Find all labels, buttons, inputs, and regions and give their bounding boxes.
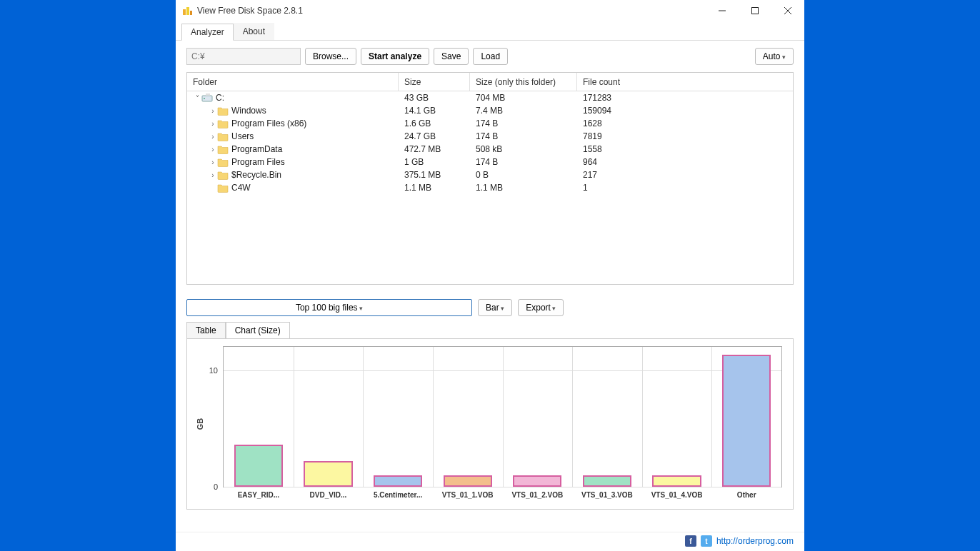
folder-name: ProgramData (231, 144, 282, 154)
folder-icon (217, 183, 229, 193)
tree-row[interactable]: ›Program Files1 GB174 B964 (187, 156, 793, 168)
maximize-button[interactable] (739, 0, 771, 21)
chart-bar[interactable] (513, 475, 561, 487)
top-files-dropdown[interactable]: Top 100 big files (186, 299, 472, 316)
tree-row[interactable]: C4W1.1 MB1.1 MB1 (187, 181, 793, 194)
cell-size: 472.7 MB (399, 144, 470, 154)
cell-size: 375.1 MB (399, 170, 470, 180)
toolbar: Browse... Start analyze Save Load Auto (176, 41, 804, 72)
footer: f t http://orderprog.com (176, 532, 804, 551)
app-icon (181, 5, 193, 16)
cell-size: 24.7 GB (399, 131, 470, 141)
save-button[interactable]: Save (434, 48, 469, 65)
bar-dropdown[interactable]: Bar (478, 299, 512, 316)
folder-icon (217, 144, 229, 154)
ytick: 10 (209, 366, 224, 375)
minimize-button[interactable] (706, 0, 739, 21)
cell-count: 1558 (577, 144, 649, 154)
chart-pane: GB 010EASY_RID...DVD_VID...5.Centimeter.… (186, 338, 794, 510)
cell-thissize: 174 B (470, 131, 577, 141)
tree-row[interactable]: ›Program Files (x86)1.6 GB174 B1628 (187, 117, 793, 130)
chart-ylabel: GB (196, 418, 204, 430)
tab-analyzer[interactable]: Analyzer (181, 24, 234, 41)
folder-icon (217, 118, 229, 128)
main-tabs: Analyzer About (176, 23, 804, 41)
chart-bar[interactable] (722, 355, 771, 487)
start-analyze-button[interactable]: Start analyze (361, 48, 429, 65)
folder-icon (217, 157, 229, 167)
tree-row[interactable]: ˅C:43 GB704 MB171283 (187, 91, 793, 104)
close-button[interactable] (771, 0, 804, 21)
cell-thissize: 508 kB (470, 144, 577, 154)
browse-button[interactable]: Browse... (305, 48, 356, 65)
col-folder[interactable]: Folder (187, 73, 399, 91)
cell-size: 14.1 GB (399, 106, 470, 116)
svg-rect-9 (206, 93, 210, 96)
folder-icon (217, 106, 229, 116)
folder-name: Program Files (231, 157, 285, 167)
cell-count: 159094 (577, 106, 649, 116)
cell-thissize: 0 B (470, 170, 577, 180)
cell-count: 1628 (577, 118, 649, 128)
svg-rect-2 (190, 11, 192, 15)
facebook-icon[interactable]: f (685, 535, 696, 547)
expander-icon[interactable]: › (209, 146, 217, 153)
tree-row[interactable]: ›Users24.7 GB174 B7819 (187, 130, 793, 143)
svg-rect-4 (752, 8, 759, 14)
tree-row[interactable]: ›$Recycle.Bin375.1 MB0 B217 (187, 168, 793, 181)
svg-rect-0 (183, 9, 186, 15)
cell-size: 1 GB (399, 157, 470, 167)
col-count[interactable]: File count (577, 73, 634, 91)
chart-bar[interactable] (652, 475, 701, 487)
svg-point-8 (204, 98, 205, 99)
expander-icon[interactable]: ˅ (193, 94, 201, 102)
load-button[interactable]: Load (473, 48, 508, 65)
tab-about[interactable]: About (234, 23, 274, 40)
cell-thissize: 174 B (470, 157, 577, 167)
path-input[interactable] (186, 48, 301, 65)
chart-bar[interactable] (234, 445, 283, 487)
expander-icon[interactable]: › (209, 171, 217, 179)
app-window: View Free Disk Space 2.8.1 Analyzer Abou… (176, 0, 804, 551)
expander-icon[interactable]: › (209, 158, 217, 166)
folder-icon (217, 131, 229, 141)
xlabel: EASY_RID... (238, 487, 279, 499)
titlebar: View Free Disk Space 2.8.1 (176, 0, 804, 21)
cell-thissize: 7.4 MB (470, 106, 577, 116)
xlabel: 5.Centimeter... (374, 487, 422, 499)
cell-count: 171283 (577, 93, 649, 103)
twitter-icon[interactable]: t (701, 535, 712, 547)
export-dropdown[interactable]: Export (518, 299, 564, 316)
folder-name: Windows (231, 106, 266, 116)
cell-thissize: 1.1 MB (470, 183, 577, 193)
tab-table[interactable]: Table (186, 322, 226, 338)
auto-dropdown[interactable]: Auto (755, 48, 794, 65)
expander-icon[interactable]: › (209, 133, 217, 141)
ytick: 0 (214, 482, 224, 491)
folder-icon (217, 170, 229, 180)
col-thissize[interactable]: Size (only this folder) (470, 73, 577, 91)
expander-icon[interactable]: › (209, 120, 217, 128)
chart-bar[interactable] (583, 475, 631, 487)
cell-size: 1.1 MB (399, 183, 470, 193)
window-title: View Free Disk Space 2.8.1 (197, 6, 706, 16)
chart-area: 010EASY_RID...DVD_VID...5.Centimeter...V… (223, 346, 782, 487)
cell-count: 217 (577, 170, 649, 180)
folder-grid: Folder Size Size (only this folder) File… (186, 72, 794, 285)
chart-bar[interactable] (444, 475, 492, 487)
chart-bar[interactable] (374, 475, 422, 487)
cell-size: 1.6 GB (399, 118, 470, 128)
tree-row[interactable]: ›ProgramData472.7 MB508 kB1558 (187, 143, 793, 156)
expander-icon[interactable]: › (209, 107, 217, 115)
col-size[interactable]: Size (399, 73, 470, 91)
folder-name: Program Files (x86) (231, 118, 306, 128)
tab-chart[interactable]: Chart (Size) (226, 322, 290, 338)
chart-bar[interactable] (304, 461, 352, 487)
footer-link[interactable]: http://orderprog.com (716, 536, 794, 546)
cell-count: 964 (577, 157, 649, 167)
tree-row[interactable]: ›Windows14.1 GB7.4 MB159094 (187, 104, 793, 117)
grid-header: Folder Size Size (only this folder) File… (187, 73, 793, 91)
folder-name: $Recycle.Bin (231, 170, 281, 180)
folder-name: Users (231, 131, 254, 141)
xlabel: Other (737, 487, 756, 499)
